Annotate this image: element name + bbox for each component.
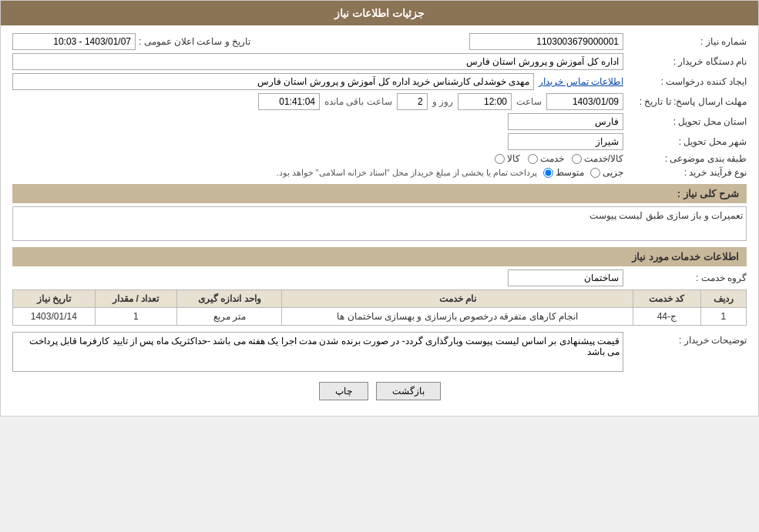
noe-farayand-value: جزیی متوسط پرداخت تمام یا بخشی از مبلغ خ…: [12, 167, 623, 178]
radio-khadamat[interactable]: [528, 154, 538, 164]
row-shahr: شهر محل تحویل :: [12, 133, 747, 150]
sharh-section-label: شرح کلی نیاز :: [677, 188, 739, 199]
ostan-input[interactable]: [508, 113, 623, 130]
tabaqe-radio-group: کالا/خدمت خدمت کالا: [12, 153, 623, 164]
radio-mottavasset-label: متوسط: [556, 167, 584, 178]
table-row: 1ج-44انجام کارهای متفرقه درخصوص بازسازی …: [13, 308, 747, 326]
shomare-niaz-label: شماره نیاز :: [623, 36, 747, 47]
shahr-value: [12, 133, 623, 150]
shomare-niaz-value: [437, 33, 623, 50]
row-mohlat: مهلت ارسال پاسخ: تا تاریخ : ساعت روز و س…: [12, 93, 747, 110]
nam-dastgah-value: [12, 53, 623, 70]
service-table: ردیف کد خدمت نام خدمت واحد اندازه گیری ت…: [12, 289, 747, 326]
tabaqe-label: طبقه بندی موضوعی :: [623, 153, 747, 164]
ostan-label: استان محل تحویل :: [623, 116, 747, 127]
page-wrapper: جزئیات اطلاعات نیاز شماره نیاز : تاریخ و…: [0, 0, 759, 417]
page-title: جزئیات اطلاعات نیاز: [334, 7, 425, 19]
col-vahed: واحد اندازه گیری: [177, 290, 282, 308]
row-tozihat: توضیحات خریدار :: [12, 332, 747, 374]
tarikh-input[interactable]: [546, 93, 623, 110]
radio-kala-khadamat-label: کالا/خدمت: [584, 153, 623, 164]
back-button[interactable]: بازگشت: [376, 382, 441, 400]
ijad-konande-value: اطلاعات تماس خریدار: [12, 73, 623, 90]
col-kod: کد خدمت: [633, 290, 701, 308]
radio-khadamat-label: خدمت: [540, 153, 564, 164]
row-shomare-tarikh: شماره نیاز : تاریخ و ساعت اعلان عمومی :: [12, 33, 747, 50]
tozihat-value: [12, 332, 623, 374]
radio-jozee-label: جزیی: [603, 167, 623, 178]
col-name: نام خدمت: [282, 290, 633, 308]
grohe-khadamat-value: [508, 269, 623, 286]
radio-kala-khadamat[interactable]: [572, 154, 582, 164]
radio-mottavasset[interactable]: [543, 168, 553, 178]
saat-input[interactable]: [458, 93, 512, 110]
mande-input[interactable]: [258, 93, 320, 110]
page-header: جزئیات اطلاعات نیاز: [1, 1, 758, 25]
row-ijad-konande: ایجاد کننده درخواست : اطلاعات تماس خریدا…: [12, 73, 747, 90]
nam-dastgah-input[interactable]: [12, 53, 623, 70]
radio-jozee[interactable]: [590, 168, 600, 178]
grohe-khadamat-input[interactable]: [508, 269, 623, 286]
col-radif: ردیف: [700, 290, 746, 308]
row-nam-dastgah: نام دستگاه خریدار :: [12, 53, 747, 70]
row-noe-farayand: نوع فرآیند خرید : جزیی متوسط پرداخت تمام…: [12, 167, 747, 178]
shahr-label: شهر محل تحویل :: [623, 136, 747, 147]
contact-info-link[interactable]: اطلاعات تماس خریدار: [539, 76, 623, 87]
buttons-row: بازگشت چاپ: [12, 382, 747, 400]
tabaqe-value: کالا/خدمت خدمت کالا: [12, 153, 623, 164]
radio-kala-item: کالا: [495, 153, 520, 164]
grohe-khadamat-label: گروه خدمت :: [623, 273, 747, 283]
sharh-container: تعمیرات و باز سازی طبق لیست پیوست: [12, 206, 747, 241]
radio-khadamat-item: خدمت: [528, 153, 564, 164]
ostan-value: [12, 113, 623, 130]
shomare-niaz-input[interactable]: [469, 33, 623, 50]
tarikh-elan-label: تاریخ و ساعت اعلان عمومی :: [136, 36, 250, 47]
tarikh-elan-value: [12, 33, 136, 50]
rooz-input[interactable]: [397, 93, 428, 110]
row-ostan: استان محل تحویل :: [12, 113, 747, 130]
tarikh-elan-input[interactable]: [12, 33, 136, 50]
row-tabaqe: طبقه بندی موضوعی : کالا/خدمت خدمت کالا: [12, 153, 747, 164]
radio-kala-label: کالا: [507, 153, 520, 164]
content-area: شماره نیاز : تاریخ و ساعت اعلان عمومی : …: [1, 25, 758, 416]
rooz-label: روز و: [432, 96, 453, 107]
khadamat-section-label: اطلاعات خدمات مورد نیاز: [632, 251, 739, 263]
col-tedad: تعداد / مقدار: [95, 290, 176, 308]
ijad-konande-input[interactable]: [12, 73, 534, 90]
sharh-text: تعمیرات و باز سازی طبق لیست پیوست: [589, 210, 743, 221]
mohlat-label: مهلت ارسال پاسخ: تا تاریخ :: [623, 96, 747, 107]
print-button[interactable]: چاپ: [319, 382, 368, 400]
table-header-row: ردیف کد خدمت نام خدمت واحد اندازه گیری ت…: [13, 290, 747, 308]
ijad-konande-label: ایجاد کننده درخواست :: [623, 76, 747, 87]
radio-mottavasset-item: متوسط: [543, 167, 584, 178]
mohlat-value: ساعت روز و ساعت باقی مانده: [12, 93, 623, 110]
noe-farayand-label: نوع فرآیند خرید :: [623, 167, 747, 178]
radio-kala-khadamat-item: کالا/خدمت: [572, 153, 623, 164]
noe-note: پرداخت تمام یا بخشی از مبلغ خریداز محل "…: [276, 168, 537, 178]
tozihat-textarea[interactable]: [12, 332, 623, 372]
grohe-khadamat-row: گروه خدمت :: [12, 269, 747, 286]
radio-kala[interactable]: [495, 154, 505, 164]
sharh-box: تعمیرات و باز سازی طبق لیست پیوست: [12, 206, 747, 241]
khadamat-section-header: اطلاعات خدمات مورد نیاز: [12, 247, 747, 266]
shahr-input[interactable]: [508, 133, 623, 150]
tozihat-label: توضیحات خریدار :: [623, 332, 747, 346]
sharh-section-header: شرح کلی نیاز :: [12, 184, 747, 203]
col-tarikh: تاریخ نیاز: [13, 290, 96, 308]
radio-jozee-item: جزیی: [590, 167, 623, 178]
mande-label: ساعت باقی مانده: [324, 96, 392, 107]
saat-label: ساعت: [516, 96, 542, 107]
nam-dastgah-label: نام دستگاه خریدار :: [623, 56, 747, 67]
